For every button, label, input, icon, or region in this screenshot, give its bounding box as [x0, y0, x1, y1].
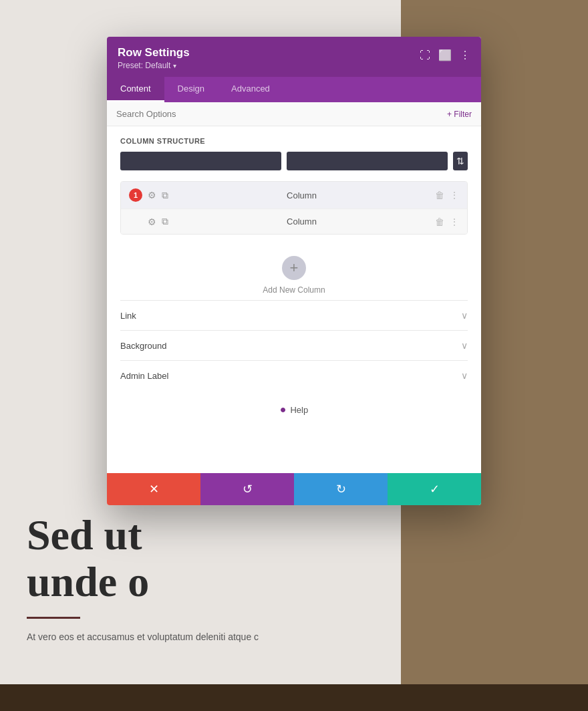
- accordion-admin-label-header[interactable]: Admin Label ∨: [120, 370, 468, 381]
- filter-button[interactable]: + Filter: [447, 110, 472, 119]
- accordion-link: Link ∨: [120, 300, 468, 330]
- modal-spacer: [107, 433, 481, 473]
- ellipsis-icon[interactable]: ⋮: [450, 190, 459, 200]
- help-label[interactable]: Help: [290, 405, 308, 415]
- accordion-link-title: Link: [120, 311, 136, 321]
- redo-button[interactable]: ↻: [294, 473, 388, 505]
- modal-tabs: Content Design Advanced: [107, 77, 481, 102]
- add-column-area: + Add New Column: [120, 245, 468, 300]
- preset-chevron-icon: ▾: [173, 62, 176, 69]
- accordion-background-title: Background: [120, 341, 166, 351]
- column-label-1: Column: [174, 190, 430, 200]
- save-button[interactable]: ✓: [388, 473, 481, 505]
- modal-footer: ✕ ↺ ↻ ✓: [107, 473, 481, 505]
- modal-body: Column Structure ⇅ 1 ⚙ ⧉ Column: [107, 126, 481, 433]
- table-row: 1 ⚙ ⧉ Column 🗑 ⋮: [121, 182, 467, 209]
- delete-icon[interactable]: 🗑: [435, 190, 444, 200]
- modal-preset[interactable]: Preset: Default ▾: [118, 61, 190, 70]
- accordion-admin-label-title: Admin Label: [120, 371, 168, 381]
- column-structure-select: ⇅: [120, 152, 468, 170]
- plus-icon: +: [290, 261, 299, 275]
- accordion-admin-label: Admin Label ∨: [120, 360, 468, 390]
- gear-icon[interactable]: ⚙: [148, 190, 156, 200]
- add-column-label: Add New Column: [263, 285, 325, 295]
- table-row: ⚙ ⧉ Column 🗑 ⋮: [121, 209, 467, 234]
- row-actions-1: 🗑 ⋮: [435, 190, 459, 200]
- search-input[interactable]: [116, 109, 442, 119]
- col-arrows-btn[interactable]: ⇅: [453, 152, 468, 170]
- cancel-button[interactable]: ✕: [107, 473, 200, 505]
- col-half-btn-2[interactable]: [287, 152, 448, 170]
- preset-label: Preset: Default: [118, 61, 170, 70]
- tab-content[interactable]: Content: [107, 77, 164, 102]
- resize-icon[interactable]: ⛶: [420, 49, 430, 61]
- ellipsis-icon[interactable]: ⋮: [450, 217, 459, 227]
- accordion-background: Background ∨: [120, 330, 468, 360]
- modal-header-left: Row Settings Preset: Default ▾: [118, 46, 190, 70]
- filter-label: + Filter: [447, 110, 472, 119]
- modal-overlay: Row Settings Preset: Default ▾ ⛶ ⬜ ⋮ Con…: [0, 0, 588, 711]
- copy-icon[interactable]: ⧉: [162, 190, 168, 201]
- search-bar: + Filter: [107, 102, 481, 126]
- columns-list: 1 ⚙ ⧉ Column 🗑 ⋮ ⚙: [120, 181, 468, 235]
- tab-advanced[interactable]: Advanced: [218, 77, 283, 102]
- chevron-down-icon: ∨: [461, 370, 468, 381]
- column-label-2: Column: [174, 217, 430, 227]
- row-settings-modal: Row Settings Preset: Default ▾ ⛶ ⬜ ⋮ Con…: [107, 37, 481, 505]
- chevron-down-icon: ∨: [461, 340, 468, 351]
- help-area: ● Help: [120, 390, 468, 422]
- tab-design[interactable]: Design: [164, 77, 218, 102]
- delete-icon[interactable]: 🗑: [435, 217, 444, 227]
- modal-title: Row Settings: [118, 46, 190, 59]
- modal-header-icons: ⛶ ⬜ ⋮: [420, 49, 470, 61]
- gear-icon[interactable]: ⚙: [148, 217, 156, 227]
- more-icon[interactable]: ⋮: [460, 49, 470, 61]
- copy-icon[interactable]: ⧉: [162, 216, 168, 227]
- undo-button[interactable]: ↺: [200, 473, 294, 505]
- chevron-down-icon: ∨: [461, 310, 468, 321]
- layout-icon[interactable]: ⬜: [438, 49, 452, 61]
- row-icon-group-2: ⚙ ⧉: [148, 216, 168, 227]
- col-half-btn-1[interactable]: [120, 152, 281, 170]
- row-actions-2: 🗑 ⋮: [435, 217, 459, 227]
- help-icon: ●: [280, 404, 287, 416]
- row-icon-group: ⚙ ⧉: [148, 190, 168, 201]
- row-number-badge: 1: [129, 188, 142, 202]
- column-structure-label: Column Structure: [120, 137, 468, 145]
- accordion-background-header[interactable]: Background ∨: [120, 340, 468, 351]
- accordion-link-header[interactable]: Link ∨: [120, 310, 468, 321]
- add-column-button[interactable]: +: [282, 256, 306, 280]
- modal-header: Row Settings Preset: Default ▾ ⛶ ⬜ ⋮: [107, 37, 481, 77]
